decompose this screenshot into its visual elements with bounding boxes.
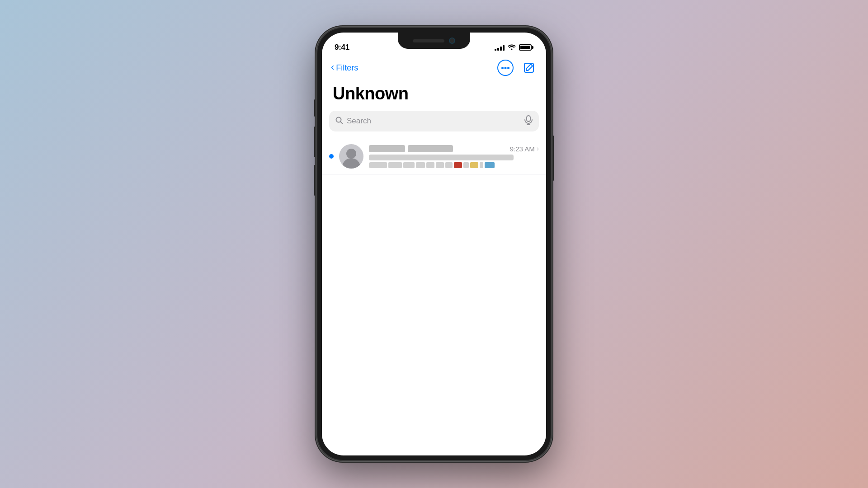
signal-bars [495,44,505,51]
battery-icon [519,44,533,51]
svg-rect-6 [527,116,530,122]
speaker [413,39,444,42]
power-button[interactable] [552,136,554,181]
preview-color-yellow [470,162,478,168]
page-title-wrap: Unknown [322,80,546,111]
volume-up-button[interactable] [314,127,316,157]
preview-block-9 [480,162,483,168]
svg-point-1 [505,67,507,69]
notch [398,33,470,49]
more-button[interactable] [497,60,514,76]
name-blur-1 [369,145,405,152]
message-header: 9:23 AM › [369,145,539,153]
avatar-head [346,149,356,159]
svg-point-0 [501,67,504,69]
svg-line-5 [340,122,342,123]
nav-actions [497,60,537,76]
microphone-icon[interactable] [524,115,533,127]
message-item[interactable]: 9:23 AM › [322,139,546,174]
nav-bar: ‹ Filters [322,56,546,80]
preview-line-2 [369,162,539,168]
signal-bar-2 [497,48,499,51]
search-wrap: Search [322,111,546,139]
avatar-body [342,158,360,169]
phone-screen: 9:41 [322,33,546,455]
phone-wrapper: 9:41 [316,27,552,461]
page-title: Unknown [333,84,535,103]
svg-point-2 [507,67,509,69]
search-placeholder: Search [347,117,521,126]
preview-block-3 [403,162,415,168]
search-bar[interactable]: Search [329,111,539,131]
signal-bar-4 [503,45,505,51]
volume-down-button[interactable] [314,165,316,196]
message-time: 9:23 AM › [510,145,539,153]
preview-block-1 [369,162,387,168]
avatar [339,144,363,169]
back-chevron-icon: ‹ [331,62,334,72]
message-content: 9:23 AM › [369,145,539,168]
signal-bar-3 [500,47,502,51]
preview-block-8 [463,162,469,168]
search-icon [335,117,343,126]
svg-rect-3 [524,63,533,72]
status-time: 9:41 [335,43,349,52]
preview-color-red [454,162,462,168]
front-camera [449,38,455,44]
name-blur-2 [408,145,453,152]
time-value: 9:23 AM [510,145,535,153]
compose-button[interactable] [521,60,537,76]
back-button[interactable]: ‹ Filters [331,63,358,73]
message-name [369,145,453,152]
back-label: Filters [336,63,358,73]
status-icons [495,43,533,52]
preview-block-6 [436,162,444,168]
signal-bar-1 [495,49,496,51]
messages-list: 9:23 AM › [322,139,546,174]
silent-button[interactable] [314,99,316,117]
unread-indicator [329,154,334,159]
wifi-icon [508,43,516,52]
preview-block-2 [388,162,402,168]
preview-color-blue [485,162,495,168]
phone-frame: 9:41 [316,27,552,461]
preview-line-1 [369,155,514,160]
preview-block-4 [416,162,425,168]
message-preview [369,155,539,168]
preview-block-5 [426,162,434,168]
preview-block-7 [445,162,453,168]
chevron-right-icon: › [537,145,539,153]
